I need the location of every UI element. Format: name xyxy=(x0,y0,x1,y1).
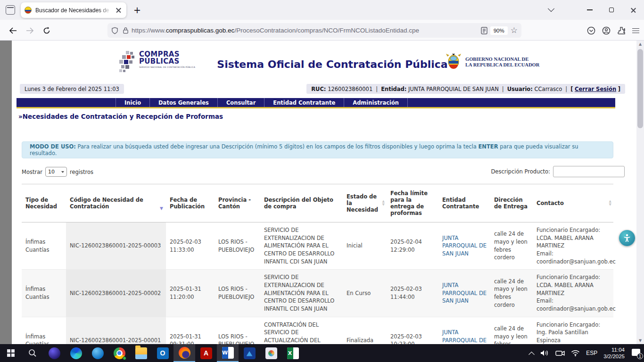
table-row: Ínfimas Cuantías NIC-1260023860001-2025-… xyxy=(22,270,613,317)
cell-fecha-publicacion: 2025-01-31 09:31:00 xyxy=(166,317,215,344)
col-header-tipo[interactable]: Tipo de Necesidad xyxy=(22,184,66,222)
gov-logo-line1: GOBIERNO NACIONAL DE xyxy=(465,57,539,62)
url-text: https://www.compraspublicas.gob.ec/Proce… xyxy=(132,27,481,34)
entidad-link[interactable]: JUNTA PARROQUIAL DE SAN JUAN xyxy=(442,282,487,304)
accessibility-widget-button[interactable] xyxy=(619,230,635,246)
meet-now-icon[interactable] xyxy=(555,350,565,357)
taskbar-icon-firefox-active[interactable] xyxy=(173,344,195,362)
pocket-icon[interactable] xyxy=(587,26,595,35)
government-logo: GOBIERNO NACIONAL DE LA REPUBLICA DEL EC… xyxy=(446,53,539,72)
firefox-view-icon[interactable] xyxy=(6,5,15,15)
tab-close-icon[interactable] xyxy=(115,7,123,14)
cell-fecha-limite: 2025-02-03 10:23:00 xyxy=(387,317,438,344)
forward-button[interactable] xyxy=(23,24,37,38)
scroll-up-icon[interactable]: ▲ xyxy=(636,41,644,48)
taskbar-icon-outlook[interactable]: O xyxy=(152,344,173,362)
scroll-down-icon[interactable]: ▼ xyxy=(636,337,644,344)
usage-info-box: MODO DE USO: Para realizar una búsqueda … xyxy=(22,141,613,158)
cell-descripcion: CONTRATACIÓN DEL SERVICIO DE ACTUALIZACI… xyxy=(260,317,343,344)
page-background: COMPRAS PÚBLICAS SERVICIO NACIONAL DE CO… xyxy=(0,41,644,344)
lock-icon[interactable] xyxy=(123,27,129,34)
logout-link[interactable]: Cerrar Sesión xyxy=(575,86,616,92)
reader-mode-icon[interactable] xyxy=(481,27,487,34)
cell-fecha-limite: 2025-02-03 11:44:00 xyxy=(387,270,438,317)
cell-contacto: Funcionario Encargado: LCDA. MABEL ARANA… xyxy=(533,270,613,317)
col-header-fecha-publicacion[interactable]: Fecha de Publicación xyxy=(166,184,215,222)
tracking-shield-icon[interactable] xyxy=(111,27,118,34)
col-header-fecha-limite[interactable]: Fecha límite para la entrega de proforma… xyxy=(387,184,438,222)
col-header-entidad[interactable]: Entidad Contratante xyxy=(438,184,490,222)
taskbar-search-button[interactable] xyxy=(22,344,43,362)
col-header-estado[interactable]: Estado de la Necesidad▲▼ xyxy=(343,184,387,222)
url-bar[interactable]: https://www.compraspublicas.gob.ec/Proce… xyxy=(107,23,521,38)
start-button[interactable] xyxy=(0,344,22,362)
nav-item-inicio[interactable]: Inicio xyxy=(116,98,149,107)
records-label: registros xyxy=(70,169,93,175)
taskbar-icon-word-active[interactable]: W xyxy=(217,344,239,362)
minimize-button[interactable] xyxy=(579,0,601,20)
notification-center-button[interactable]: 1 xyxy=(631,348,641,358)
notification-badge: 1 xyxy=(637,353,643,359)
nav-item-datos-generales[interactable]: Datos Generales xyxy=(149,98,217,107)
entidad-link[interactable]: JUNTA PARROQUIAL DE SAN JUAN xyxy=(442,235,487,257)
page-scrollbar[interactable]: ▲ ▼ xyxy=(636,41,644,344)
taskbar-icon-paint[interactable] xyxy=(260,344,282,362)
product-filter-input[interactable] xyxy=(553,166,625,177)
current-date: Lunes 3 de Febrero del 2025 11:03 xyxy=(20,84,124,94)
close-button[interactable] xyxy=(622,0,644,20)
account-icon[interactable] xyxy=(602,26,611,35)
taskbar-icon-acrobat-reader[interactable]: A xyxy=(195,344,217,362)
volume-icon[interactable] xyxy=(540,349,549,357)
extensions-icon[interactable] xyxy=(617,26,626,35)
show-label: Mostrar xyxy=(22,169,42,175)
cell-contacto: Funcionario Encargado: Ing. Paola Santil… xyxy=(533,317,613,344)
wifi-icon[interactable] xyxy=(571,350,580,356)
tab-list-chevron-icon[interactable] xyxy=(540,0,562,20)
compras-publicas-pixel-icon xyxy=(119,51,138,73)
taskbar-icon-edge[interactable] xyxy=(65,344,87,362)
sort-both-icon: ▲▼ xyxy=(382,200,385,206)
clock[interactable]: 11:04 3/2/2025 xyxy=(603,346,625,360)
entidad-link[interactable]: JUNTA PARROQUIAL DE SAN JUAN xyxy=(442,329,487,344)
bookmark-star-icon[interactable]: ☆ xyxy=(511,26,518,34)
back-button[interactable] xyxy=(6,24,20,38)
cell-provincia: LOS RIOS - PUEBLOVIEJO xyxy=(215,317,260,344)
page-length-control: Mostrar 10 registros xyxy=(22,167,93,177)
browser-window: Buscador de Necesidades de Co + https://… xyxy=(0,0,644,362)
col-header-direccion[interactable]: Dirección de Entrega xyxy=(490,184,533,222)
reload-button[interactable] xyxy=(40,24,54,38)
col-header-provincia[interactable]: Provincia - Cantón xyxy=(215,184,260,222)
taskbar-icon-photos[interactable] xyxy=(239,344,260,362)
menu-icon[interactable] xyxy=(632,28,639,33)
taskbar-icon-excel[interactable]: X xyxy=(282,344,304,362)
page-length-select[interactable]: 10 xyxy=(45,167,67,177)
col-header-contacto[interactable]: Contacto▲▼ xyxy=(533,184,613,222)
cell-tipo: Ínfimas Cuantías xyxy=(22,317,66,344)
tray-expand-chevron-icon[interactable] xyxy=(528,351,535,357)
necesidades-table: Tipo de Necesidad Código de Necesidad de… xyxy=(22,184,613,344)
browser-tab[interactable]: Buscador de Necesidades de Co xyxy=(21,2,126,18)
table-header-row: Tipo de Necesidad Código de Necesidad de… xyxy=(22,184,613,222)
language-indicator[interactable]: ESP xyxy=(586,350,597,356)
taskbar-icon-file-explorer[interactable] xyxy=(130,344,152,362)
scrollbar-thumb[interactable] xyxy=(637,49,643,128)
nav-item-entidad-contratante[interactable]: Entidad Contratante xyxy=(264,98,344,107)
taskbar-icon-chrome[interactable] xyxy=(108,344,130,362)
table-row: Ínfimas Cuantías NIC-1260023860001-2025-… xyxy=(22,222,613,270)
taskbar-icon-skype[interactable] xyxy=(87,344,108,362)
cell-descripcion: SERVICIO DE EXTERNALIZACION DE ALIMENTAC… xyxy=(260,222,343,270)
zoom-level-indicator[interactable]: 90% xyxy=(490,26,508,35)
chrome-badge xyxy=(123,356,126,360)
nav-item-consultar[interactable]: Consultar xyxy=(217,98,264,107)
cell-tipo: Ínfimas Cuantías xyxy=(22,270,66,317)
product-filter-label: Descripción Producto: xyxy=(491,168,550,175)
user-value: CCarrasco xyxy=(535,86,562,92)
nav-item-administracion[interactable]: Administración xyxy=(344,98,408,107)
col-header-descripcion[interactable]: Descripción del Objeto de compra xyxy=(260,184,343,222)
col-header-codigo[interactable]: Código de Necesidad de Contratación▼ xyxy=(66,184,166,222)
taskbar-icon-firefox-nightly[interactable] xyxy=(43,344,65,362)
maximize-button[interactable] xyxy=(601,0,622,20)
new-tab-button[interactable]: + xyxy=(131,4,143,16)
taskbar: O A W X ESP 11:04 3/2/2025 1 xyxy=(0,344,644,362)
tab-favicon-icon xyxy=(25,7,32,14)
